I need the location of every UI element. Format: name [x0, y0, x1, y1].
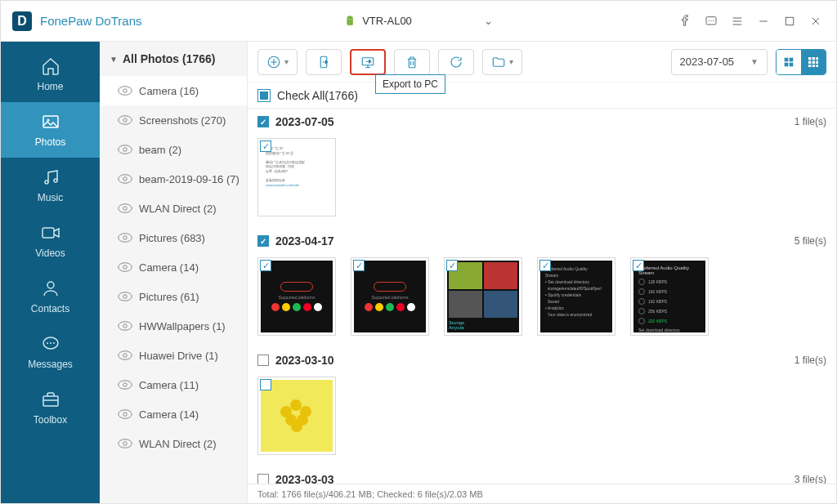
svg-point-10 [47, 282, 54, 288]
svg-rect-54 [816, 60, 818, 63]
nav-music[interactable]: Music [1, 158, 100, 213]
status-bar: Total: 1766 file(s)/406.21 MB; Checked: … [248, 484, 836, 503]
svg-point-26 [119, 234, 132, 243]
album-item[interactable]: HWWallpapers (1) [100, 311, 247, 341]
thumb-checkbox[interactable] [633, 260, 644, 271]
photo-thumbnail[interactable]: 3songsAnyuta [444, 257, 522, 336]
check-all-row[interactable]: Check All(1766) [248, 83, 836, 109]
svg-rect-45 [785, 57, 789, 61]
refresh-button[interactable] [438, 49, 474, 75]
group-checkbox[interactable]: ✓ [257, 116, 269, 127]
view-grid-button[interactable] [801, 50, 826, 74]
album-item[interactable]: Camera (11) [100, 370, 247, 399]
album-label: beam-2019-09-16 (7) [139, 173, 239, 185]
thumbnail-row: Supported platformsSupported platforms3s… [248, 254, 836, 347]
main-panel: ▾ ▾ Export to PC [248, 42, 836, 503]
close-button[interactable] [808, 14, 823, 29]
album-item[interactable]: Pictures (61) [100, 282, 247, 311]
thumb-checkbox[interactable] [353, 260, 365, 271]
album-item[interactable]: Camera (14) [100, 252, 247, 282]
date-group-header[interactable]: ✓2023-04-175 file(s) [248, 228, 836, 254]
date-group-header[interactable]: 2023-03-033 file(s) [248, 466, 836, 484]
album-label: Camera (14) [139, 261, 199, 274]
view-toggle [776, 49, 826, 75]
album-item[interactable]: Pictures (683) [100, 223, 247, 252]
device-selector[interactable]: VTR-AL00 ⌄ [331, 10, 506, 32]
album-item[interactable]: beam-2019-09-16 (7) [100, 164, 247, 194]
menu-icon[interactable] [730, 14, 745, 29]
group-checkbox[interactable] [257, 355, 269, 366]
photo-thumbnail[interactable]: Supported platforms [257, 257, 336, 336]
album-label: Screenshots (270) [139, 114, 226, 127]
thumb-checkbox[interactable] [260, 379, 271, 390]
nav-contacts[interactable]: Contacts [1, 269, 100, 324]
group-date: 2023-04-17 [275, 234, 334, 248]
svg-point-29 [123, 265, 128, 270]
videos-icon [41, 223, 60, 243]
svg-point-12 [47, 342, 48, 344]
photo-thumbnail[interactable]: Supported platforms [351, 257, 429, 336]
maximize-button[interactable] [782, 14, 797, 29]
left-nav: Home Photos Music Videos Contacts Messag… [1, 42, 100, 503]
date-group-header[interactable]: 2023-03-101 file(s) [248, 347, 836, 373]
albums-header[interactable]: ▼ All Photos (1766) [100, 42, 247, 76]
nav-messages[interactable]: Messages [1, 324, 100, 380]
photo-groups: ✓2023-07-051 file(s)微信广告 ID您的微信广告 ID 是:腾… [248, 109, 836, 484]
contacts-icon [41, 279, 60, 298]
svg-rect-53 [812, 60, 815, 63]
thumb-checkbox[interactable] [539, 260, 551, 271]
export-to-device-button[interactable] [306, 49, 342, 75]
nav-toolbox[interactable]: Toolbox [1, 380, 100, 435]
album-item[interactable]: beam (2) [100, 135, 247, 164]
thumb-checkbox[interactable] [260, 140, 271, 152]
add-button[interactable]: ▾ [257, 49, 298, 75]
album-item[interactable]: WLAN Direct (2) [100, 194, 247, 223]
folder-button[interactable]: ▾ [482, 49, 522, 75]
nav-videos[interactable]: Videos [1, 213, 100, 269]
photo-thumbnail[interactable]: Preferred Audio QualityStream• Set downl… [537, 257, 615, 336]
group-date: 2023-03-03 [275, 473, 334, 484]
nav-home[interactable]: Home [1, 47, 100, 102]
group-file-count: 1 file(s) [794, 355, 826, 366]
caret-down-icon: ▼ [750, 57, 759, 66]
svg-point-28 [119, 263, 132, 272]
svg-point-18 [119, 116, 132, 125]
album-item[interactable]: Camera (14) [100, 399, 247, 429]
album-item[interactable]: WLAN Direct (2) [100, 429, 247, 458]
nav-label: Home [37, 81, 63, 92]
photo-thumbnail[interactable]: 微信广告 ID您的微信广告 ID 是:腾讯广告成功进行数据适配根据法规调整 , … [257, 138, 336, 216]
facebook-icon[interactable] [678, 14, 692, 29]
album-item[interactable]: Camera (16) [100, 76, 247, 105]
delete-button[interactable] [394, 49, 430, 75]
album-label: beam (2) [139, 144, 181, 156]
photo-thumbnail[interactable] [257, 377, 336, 455]
group-file-count: 3 file(s) [794, 474, 826, 484]
checkbox-mixed-icon[interactable] [257, 89, 271, 102]
thumbnail-row [248, 373, 836, 466]
album-item[interactable]: Screenshots (270) [100, 105, 247, 135]
svg-rect-55 [808, 65, 811, 67]
date-filter-label: 2023-07-05 [680, 56, 735, 68]
thumb-checkbox[interactable] [446, 260, 458, 271]
feedback-icon[interactable] [704, 14, 718, 29]
nav-label: Messages [28, 359, 73, 370]
group-checkbox[interactable] [257, 474, 269, 484]
svg-point-32 [119, 322, 132, 331]
svg-point-22 [119, 175, 132, 184]
date-filter-dropdown[interactable]: 2023-07-05 ▼ [671, 49, 768, 75]
caret-down-icon: ▾ [509, 57, 513, 66]
minimize-button[interactable] [756, 14, 771, 29]
chevron-down-icon: ⌄ [484, 15, 493, 27]
export-to-pc-button[interactable] [350, 49, 386, 75]
album-item[interactable]: Huawei Drive (1) [100, 341, 247, 370]
thumb-checkbox[interactable] [260, 260, 271, 271]
photo-thumbnail[interactable]: Preferred Audio QualityStream128 KBPS160… [630, 257, 709, 336]
svg-rect-9 [43, 228, 54, 238]
album-label: HWWallpapers (1) [139, 320, 226, 332]
view-list-button[interactable] [777, 50, 801, 74]
nav-photos[interactable]: Photos [1, 102, 100, 158]
group-checkbox[interactable]: ✓ [257, 235, 269, 247]
svg-rect-49 [808, 57, 811, 60]
svg-rect-48 [790, 62, 794, 66]
date-group-header[interactable]: ✓2023-07-051 file(s) [248, 109, 836, 135]
